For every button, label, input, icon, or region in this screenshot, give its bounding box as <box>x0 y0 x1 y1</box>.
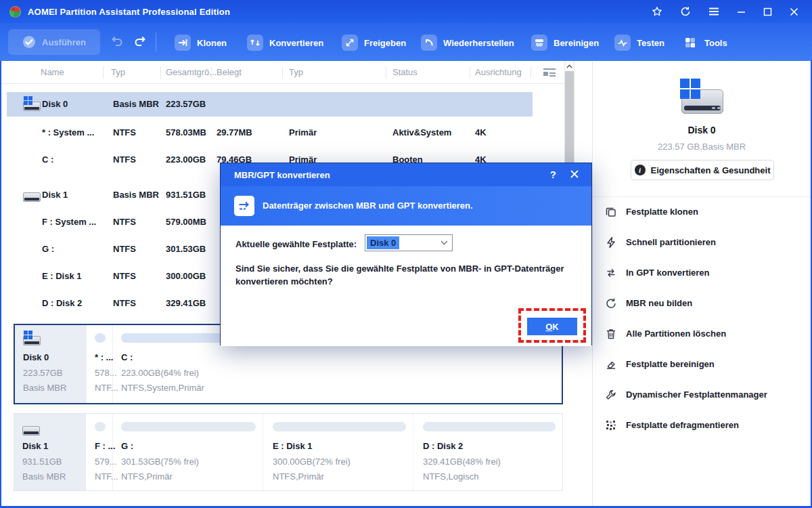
disk-icon <box>23 332 41 345</box>
restore-icon <box>421 35 437 51</box>
main-toolbar: Ausführen Klonen Konvertieren Freigeben <box>0 23 812 61</box>
disk-select-value: Disk 0 <box>367 236 399 249</box>
convert-gpt-icon <box>605 267 617 279</box>
convert-button[interactable]: Konvertieren <box>247 34 323 51</box>
maximize-button[interactable] <box>763 7 772 16</box>
scroll-up-icon[interactable] <box>565 61 574 71</box>
col-name[interactable]: Name <box>41 61 64 84</box>
dialog-close-icon[interactable] <box>570 169 579 179</box>
chevron-down-icon <box>441 240 448 245</box>
dynamic-disk-manager-icon <box>605 389 617 401</box>
restore-button[interactable]: Wiederherstellen <box>421 34 514 51</box>
title-bar: AOMEI Partition Assistant Professional E… <box>0 0 812 23</box>
wipe-disk-icon <box>605 358 617 371</box>
tools-button[interactable]: Tools <box>682 34 727 51</box>
properties-health-button[interactable]: i Eigenschaften & Gesundheit <box>631 160 774 180</box>
convert-icon <box>247 35 263 51</box>
menu-item-quick-partition[interactable]: Schnell partitionieren <box>593 227 811 257</box>
view-options-icon[interactable] <box>543 66 556 77</box>
app-window: AOMEI Partition Assistant Professional E… <box>0 0 812 508</box>
disk-select-dropdown[interactable]: Disk 0 <box>365 234 453 251</box>
col-align[interactable]: Ausrichtung <box>475 61 522 84</box>
menu-icon[interactable] <box>708 7 719 16</box>
table-row-system[interactable]: * : System ... NTFS 578.03MB 29.77MB Pri… <box>7 121 533 145</box>
col-status[interactable]: Status <box>392 61 418 84</box>
mbr-gpt-transfer-icon <box>234 196 254 216</box>
menu-item-defragment[interactable]: Festplatte defragmentieren <box>593 410 811 440</box>
dialog-banner-text: Datenträger zwischen MBR und GPT konvert… <box>263 186 473 226</box>
share-expand-icon <box>342 35 358 51</box>
disk-icon <box>22 422 40 436</box>
disk-actions-menu: Festplatte klonen Schnell partitionieren… <box>593 196 811 440</box>
confirmation-question: Sind Sie sicher, dass Sie die gewählte F… <box>235 262 577 288</box>
right-panel: Disk 0 223.57 GB,Basis MBR i Eigenschaft… <box>592 61 811 506</box>
dialog-help-button[interactable]: ? <box>550 163 556 186</box>
menu-item-clone-disk[interactable]: Festplatte klonen <box>593 196 811 227</box>
dialog-title: MBR/GPT konvertieren <box>234 170 330 180</box>
partition-cell-d[interactable]: D : Disk 2 329.41GB(48% frei) NTFS,Logis… <box>416 414 562 490</box>
pulse-icon <box>614 35 631 51</box>
redo-icon[interactable] <box>134 36 148 48</box>
info-icon: i <box>635 165 646 175</box>
disk1-strip[interactable]: Disk 1 931.51GB Basis MBR F : ... 579...… <box>14 413 563 491</box>
col-size[interactable]: Gesamtgrö... <box>166 61 217 84</box>
disk-icon <box>23 188 41 202</box>
rebuild-mbr-icon <box>605 297 617 310</box>
update-sync-icon[interactable] <box>680 6 691 17</box>
app-logo-icon <box>9 6 21 18</box>
convert-dialog: MBR/GPT konvertieren ? Datenträger zwisc… <box>220 163 592 345</box>
undo-icon[interactable] <box>110 36 123 48</box>
defragment-icon <box>605 419 617 431</box>
partition-cell-e[interactable]: E : Disk 1 300.00GB(72% frei) NTFS,Primä… <box>266 414 413 490</box>
dialog-body: Aktuelle gewählte Festplatte: Disk 0 Sin… <box>221 226 591 346</box>
close-button[interactable] <box>790 7 798 16</box>
table-row-disk0[interactable]: Disk 0 Basis MBR 223.57GB <box>7 92 533 117</box>
selected-disk-name: Disk 0 <box>593 125 811 135</box>
execute-button[interactable]: Ausführen <box>8 29 100 55</box>
minimize-button[interactable] <box>737 7 746 16</box>
wipe-button[interactable]: Bereinigen <box>531 34 599 51</box>
selected-disk-info: 223.57 GB,Basis MBR <box>593 142 811 152</box>
tools-grid-icon <box>682 35 698 51</box>
disk0-info[interactable]: Disk 0 223.57GB Basis MBR <box>15 325 87 403</box>
menu-item-wipe-disk[interactable]: Festplatte bereinigen <box>593 349 811 379</box>
menu-item-rebuild-mbr[interactable]: MBR neu bilden <box>593 288 811 318</box>
share-button[interactable]: Freigeben <box>342 34 406 51</box>
col-typ[interactable]: Typ <box>111 61 125 84</box>
col-ptyp[interactable]: Typ <box>289 61 303 84</box>
test-button[interactable]: Testen <box>614 34 664 51</box>
menu-item-convert-gpt[interactable]: In GPT konvertieren <box>593 257 811 288</box>
dialog-banner: Datenträger zwischen MBR und GPT konvert… <box>221 186 591 226</box>
shredder-icon <box>531 35 547 51</box>
menu-item-delete-partitions[interactable]: Alle Partitionen löschen <box>593 318 811 349</box>
disk-icon <box>23 98 41 111</box>
delete-partitions-icon <box>605 328 617 340</box>
menu-item-dynamic-disk-manager[interactable]: Dynamischer Festplattenmanager <box>593 379 811 410</box>
execute-label: Ausführen <box>42 37 86 47</box>
table-header: Name Typ Gesamtgrö... Belegt Typ Status … <box>1 61 574 84</box>
selected-disk-icon <box>680 80 725 114</box>
disk-select-label: Aktuelle gewählte Festplatte: <box>235 239 357 249</box>
clone-disk-icon <box>605 206 617 218</box>
partition-cell-g[interactable]: G : 301.53GB(75% frei) NTFS,Primär <box>114 414 263 490</box>
partition-cell-f[interactable]: F : ... 579... NTF... <box>88 414 113 490</box>
check-circle-icon <box>22 35 36 49</box>
toolbar-divider <box>156 33 156 51</box>
favorite-star-icon[interactable] <box>652 6 662 17</box>
annotation-highlight-box <box>518 308 586 343</box>
clone-button[interactable]: Klonen <box>175 34 227 51</box>
clone-icon <box>175 35 191 51</box>
partition-cell-system[interactable]: * : ... 578... NTF... <box>88 325 113 403</box>
quick-partition-icon <box>605 236 617 249</box>
disk1-info[interactable]: Disk 1 931.51GB Basis MBR <box>14 414 86 490</box>
col-used[interactable]: Belegt <box>217 61 242 84</box>
dialog-title-bar: MBR/GPT konvertieren <box>221 163 591 186</box>
app-title: AOMEI Partition Assistant Professional E… <box>28 7 230 17</box>
